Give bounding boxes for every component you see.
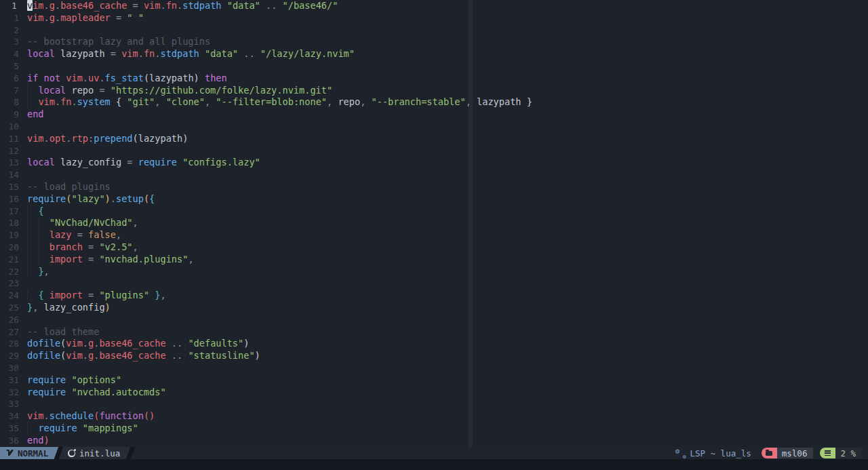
code-line[interactable]: 1vim.g.base46_cache = vim.fn.stdpath "da… (0, 0, 868, 12)
code-line[interactable]: 25}, lazy_config) (0, 302, 868, 314)
code-line[interactable]: 12 (0, 145, 868, 157)
code-line[interactable]: 2 (0, 24, 868, 37)
code-text: ▏ ▏ "NvChad/NvChad", (27, 217, 138, 228)
code-text: ▏ ▏ branch = "v2.5", (27, 241, 138, 252)
line-number: 27 (0, 326, 19, 338)
code-line[interactable]: 36end) (0, 435, 868, 447)
code-text: -- load theme (27, 326, 99, 337)
statusline-left: NORMAL init.lua (0, 447, 133, 459)
code-line[interactable]: 17▏ { (0, 205, 868, 218)
code-text: require("lazy").setup({ (27, 193, 155, 204)
code-line[interactable]: 21▏ ▏ import = "nvchad.plugins", (0, 254, 868, 266)
code-line[interactable]: 9end (0, 109, 868, 121)
code-buffer[interactable]: 1vim.g.base46_cache = vim.fn.stdpath "da… (0, 0, 868, 446)
code-line[interactable]: 6if not vim.uv.fs_stat(lazypath) then (0, 73, 868, 85)
line-number: 20 (0, 241, 19, 254)
progress-pill (820, 448, 835, 458)
line-number: 6 (0, 73, 19, 85)
line-number: 34 (0, 410, 19, 423)
line-number: 18 (0, 217, 19, 229)
code-line[interactable]: 33 (0, 398, 868, 410)
line-number: 32 (0, 387, 19, 399)
cwd-pill (762, 448, 777, 458)
line-number: 11 (0, 133, 19, 145)
code-text: require "options" (27, 374, 121, 385)
code-text: -- bootstrap lazy and all plugins (27, 36, 210, 47)
line-number: 12 (0, 145, 19, 157)
command-line[interactable] (0, 459, 868, 470)
line-number: 1 (0, 12, 19, 24)
code-text: ▏ vim.fn.system { "git", "clone", "--fil… (27, 96, 532, 107)
code-text: vim.opt.rtp:prepend(lazypath) (27, 133, 188, 144)
code-line[interactable]: 3-- bootstrap lazy and all plugins (0, 36, 868, 48)
lua-file-icon (68, 450, 75, 457)
code-line[interactable]: 13local lazy_config = require "configs.l… (0, 157, 868, 169)
code-text: require "nvchad.autocmds" (27, 387, 166, 397)
code-text: ▏ require "mappings" (27, 423, 138, 433)
code-line[interactable]: 7▏ local repo = "https://github.com/folk… (0, 85, 868, 97)
code-line[interactable]: 10 (0, 121, 868, 133)
line-number: 24 (0, 290, 19, 302)
code-text: ▏ }, (27, 266, 50, 277)
line-number: 5 (0, 60, 19, 73)
line-number: 15 (0, 181, 19, 193)
code-line[interactable]: 32require "nvchad.autocmds" (0, 387, 868, 399)
line-number: 2 (0, 24, 19, 37)
code-text: vim.g.base46_cache = vim.fn.stdpath "dat… (27, 0, 338, 11)
code-line[interactable]: 27-- load theme (0, 326, 868, 338)
code-line[interactable]: 35▏ require "mappings" (0, 423, 868, 435)
code-line[interactable]: 28dofile(vim.g.base46_cache .. "defaults… (0, 338, 868, 350)
line-number: 31 (0, 374, 19, 387)
line-number: 21 (0, 254, 19, 266)
cwd-label: msl06 (777, 448, 814, 458)
lsp-label: LSP ~ lua_ls (690, 448, 751, 458)
code-text: ▏ { (27, 205, 44, 216)
line-number: 10 (0, 121, 19, 133)
line-number: 28 (0, 338, 19, 350)
code-line[interactable]: 34vim.schedule(function() (0, 410, 868, 423)
folder-icon (766, 451, 772, 456)
code-text: ▏ ▏ lazy = false, (27, 229, 121, 240)
code-line[interactable]: 30 (0, 362, 868, 374)
code-line[interactable]: 15-- load plugins (0, 181, 868, 193)
code-text: if not vim.uv.fs_stat(lazypath) then (27, 73, 227, 83)
code-editor[interactable]: 1vim.g.base46_cache = vim.fn.stdpath "da… (0, 0, 868, 447)
code-line[interactable]: 14 (0, 169, 868, 181)
mode-segment: NORMAL (0, 447, 58, 459)
code-line[interactable]: 23 (0, 277, 868, 290)
code-text: -- load plugins (27, 181, 111, 192)
code-line[interactable]: 5 (0, 60, 868, 73)
list-lines-icon (825, 450, 831, 456)
code-line[interactable]: 1vim.g.mapleader = " " (0, 12, 868, 24)
code-line[interactable]: 22▏ }, (0, 266, 868, 278)
line-number: 35 (0, 423, 19, 435)
line-number: 26 (0, 314, 19, 326)
mode-label: NORMAL (18, 448, 48, 458)
code-line[interactable]: 20▏ ▏ branch = "v2.5", (0, 241, 868, 254)
line-number: 7 (0, 85, 19, 97)
code-line[interactable]: 26 (0, 314, 868, 326)
code-text: dofile(vim.g.base46_cache .. "defaults") (27, 338, 249, 349)
code-line[interactable]: 11vim.opt.rtp:prepend(lazypath) (0, 133, 868, 145)
line-number: 8 (0, 96, 19, 109)
code-line[interactable]: 8▏ vim.fn.system { "git", "clone", "--fi… (0, 96, 868, 109)
line-number: 25 (0, 302, 19, 314)
code-line[interactable]: 29dofile(vim.g.base46_cache .. "statusli… (0, 350, 868, 362)
code-line[interactable]: 4local lazypath = vim.fn.stdpath "data" … (0, 48, 868, 60)
code-line[interactable]: 31require "options" (0, 374, 868, 387)
code-line[interactable]: 16require("lazy").setup({ (0, 193, 868, 205)
vim-logo-icon (6, 448, 14, 458)
line-number: 17 (0, 205, 19, 218)
line-number: 3 (0, 36, 19, 48)
code-line[interactable]: 18▏ ▏ "NvChad/NvChad", (0, 217, 868, 229)
line-number: 4 (0, 48, 19, 60)
code-line[interactable]: 19▏ ▏ lazy = false, (0, 229, 868, 241)
file-segment: init.lua (59, 447, 131, 459)
code-text: ▏ local repo = "https://github.com/folke… (27, 85, 332, 96)
line-number: 9 (0, 109, 19, 121)
statusline-right: ⚙⚙ LSP ~ lua_ls msl06 2 % (675, 447, 868, 459)
code-line[interactable]: 24▏ { import = "plugins" }, (0, 290, 868, 302)
code-text: end) (27, 435, 50, 446)
line-number: 22 (0, 266, 19, 278)
line-number: 30 (0, 362, 19, 374)
